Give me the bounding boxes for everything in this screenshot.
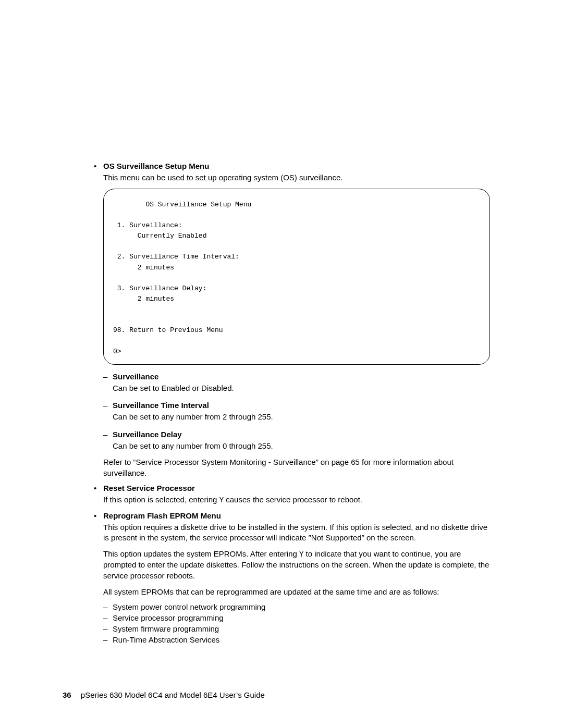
eprom-text: System firmware programming — [113, 624, 219, 633]
footer-title: pSeries 630 Model 6C4 and Model 6E4 User… — [81, 690, 265, 699]
eprom-item: – System firmware programming — [103, 624, 490, 633]
sub-desc: Can be set to any number from 0 through … — [113, 441, 490, 452]
dash-marker: – — [103, 635, 113, 644]
dash-marker: – — [103, 624, 113, 633]
reprogram-p3: All system EPROMs that can be reprogramm… — [103, 587, 490, 598]
dash-marker: – — [103, 372, 113, 381]
sub-title: Surveillance Delay — [113, 430, 182, 439]
bullet-reset-sp: • Reset Service Processor — [94, 484, 490, 492]
refer-text: Refer to “Service Processor System Monit… — [103, 457, 490, 478]
sub-desc: Can be set to Enabled or Disabled. — [113, 383, 490, 394]
heading-os-surveillance: OS Surveillance Setup Menu — [103, 162, 209, 170]
sub-item-surveillance: – Surveillance — [103, 372, 490, 381]
bullet-dot: • — [94, 162, 103, 170]
eprom-text: System power control network programming — [113, 602, 265, 611]
eprom-item: – System power control network programmi… — [103, 602, 490, 611]
sub-item-time-interval: – Surveillance Time Interval — [103, 401, 490, 410]
text-part: If this option is selected, entering — [103, 495, 219, 504]
dash-marker: – — [103, 602, 113, 611]
dash-marker: – — [103, 613, 113, 622]
eprom-item: – Service processor programming — [103, 613, 490, 622]
eprom-item: – Run-Time Abstraction Services — [103, 635, 490, 644]
reprogram-p1: This option requires a diskette drive to… — [103, 522, 490, 544]
bullet-dot: • — [94, 484, 103, 492]
page-footer: 36 pSeries 630 Model 6C4 and Model 6E4 U… — [63, 690, 265, 699]
terminal-menu-box: OS Surveillance Setup Menu 1. Surveillan… — [103, 189, 490, 365]
sub-desc: Can be set to any number from 2 through … — [113, 412, 490, 423]
text-part: causes the service processor to reboot. — [224, 495, 362, 504]
bullet-os-surveillance: • OS Surveillance Setup Menu — [94, 162, 490, 170]
code-y: Y — [219, 496, 224, 504]
reprogram-p2: This option updates the system EPROMs. A… — [103, 549, 490, 582]
dash-marker: – — [103, 430, 113, 439]
page-content: • OS Surveillance Setup Menu This menu c… — [0, 0, 563, 644]
heading-reprogram: Reprogram Flash EPROM Menu — [103, 511, 221, 520]
reset-sp-desc: If this option is selected, entering Y c… — [103, 495, 490, 505]
page-number: 36 — [63, 690, 71, 699]
sub-title: Surveillance — [113, 372, 158, 381]
sub-title: Surveillance Time Interval — [113, 401, 209, 410]
sub-item-delay: – Surveillance Delay — [103, 430, 490, 439]
bullet-dot: • — [94, 511, 103, 520]
text-part: This option updates the system EPROMs. A… — [103, 549, 299, 558]
eprom-text: Run-Time Abstraction Services — [113, 635, 219, 644]
heading-reset-sp: Reset Service Processor — [103, 484, 195, 492]
intro-text: This menu can be used to set up operatin… — [103, 172, 490, 183]
dash-marker: – — [103, 401, 113, 410]
bullet-reprogram: • Reprogram Flash EPROM Menu — [94, 511, 490, 520]
eprom-text: Service processor programming — [113, 613, 224, 622]
